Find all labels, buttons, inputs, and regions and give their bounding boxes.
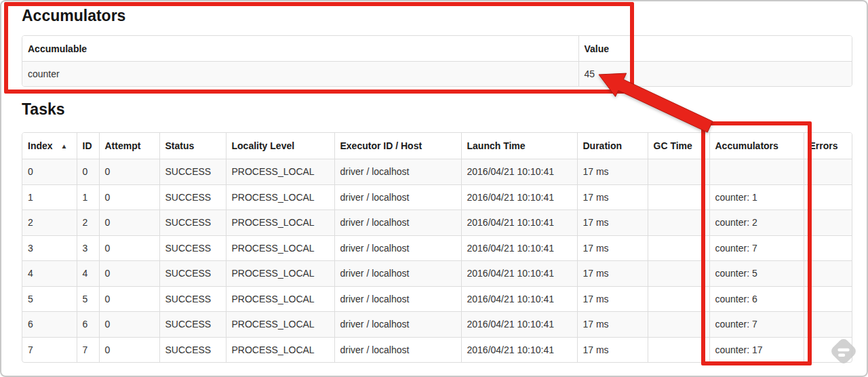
attempt-cell: 0 — [99, 337, 159, 362]
id-cell: 5 — [77, 286, 99, 312]
index-cell: 2 — [22, 210, 77, 236]
index-cell: 7 — [22, 337, 77, 362]
gc-time-cell — [648, 337, 709, 362]
locality-level-cell: PROCESS_LOCAL — [226, 159, 334, 185]
launch-time-cell: 2016/04/21 10:10:41 — [461, 286, 577, 312]
gc-time-cell — [648, 184, 709, 210]
status-cell: SUCCESS — [159, 312, 226, 338]
gc-time-cell — [648, 159, 709, 185]
column-header-label: Attempt — [105, 140, 141, 151]
accumulators-table-header-row: Accumulable Value — [22, 36, 852, 62]
column-header-duration[interactable]: Duration — [577, 133, 648, 159]
accumulable-name-cell: counter — [22, 62, 578, 87]
column-header-id[interactable]: ID — [77, 133, 99, 159]
column-header-label: Locality Level — [232, 140, 295, 151]
column-header-label: Status — [165, 140, 195, 151]
index-cell: 6 — [22, 312, 77, 338]
column-header-launch-time[interactable]: Launch Time — [461, 133, 577, 159]
column-header-executor-id-host[interactable]: Executor ID / Host — [334, 133, 461, 159]
launch-time-cell: 2016/04/21 10:10:41 — [461, 184, 577, 210]
gc-time-cell — [648, 312, 709, 338]
accumulators-cell: counter: 1 — [709, 184, 804, 210]
locality-level-cell: PROCESS_LOCAL — [226, 286, 334, 312]
id-cell: 2 — [77, 210, 99, 236]
id-cell: 0 — [77, 159, 99, 185]
errors-cell — [804, 235, 852, 261]
column-header-label: ID — [83, 140, 92, 151]
index-cell: 0 — [22, 159, 77, 185]
accumulator-row: counter 45 — [22, 62, 852, 87]
gc-time-cell — [648, 210, 709, 236]
column-header-label: Errors — [810, 140, 838, 151]
index-cell: 4 — [22, 261, 77, 287]
status-cell: SUCCESS — [159, 210, 226, 236]
duration-cell: 17 ms — [577, 312, 648, 338]
launch-time-cell: 2016/04/21 10:10:41 — [461, 337, 577, 362]
errors-cell — [804, 286, 852, 312]
locality-level-cell: PROCESS_LOCAL — [226, 235, 334, 261]
attempt-cell: 0 — [99, 286, 159, 312]
gc-time-cell — [648, 286, 709, 312]
duration-cell: 17 ms — [577, 210, 648, 236]
errors-cell — [804, 210, 852, 236]
task-row: 550SUCCESSPROCESS_LOCALdriver / localhos… — [22, 286, 852, 312]
executor-id-host-cell: driver / localhost — [334, 261, 461, 287]
duration-cell: 17 ms — [577, 337, 648, 362]
task-row: 440SUCCESSPROCESS_LOCALdriver / localhos… — [22, 261, 852, 287]
attempt-cell: 0 — [99, 312, 159, 338]
locality-level-cell: PROCESS_LOCAL — [226, 210, 334, 236]
tasks-table-header-row: Index▲IDAttemptStatusLocality LevelExecu… — [22, 133, 852, 159]
duration-cell: 17 ms — [577, 286, 648, 312]
task-row: 330SUCCESSPROCESS_LOCALdriver / localhos… — [22, 235, 852, 261]
duration-cell: 17 ms — [577, 235, 648, 261]
attempt-cell: 0 — [99, 184, 159, 210]
status-cell: SUCCESS — [159, 235, 226, 261]
executor-id-host-cell: driver / localhost — [334, 337, 461, 362]
attempt-cell: 0 — [99, 261, 159, 287]
index-cell: 3 — [22, 235, 77, 261]
column-header-attempt[interactable]: Attempt — [99, 133, 159, 159]
accumulators-section-heading: Accumulators — [22, 7, 125, 24]
executor-id-host-cell: driver / localhost — [334, 312, 461, 338]
gc-time-cell — [648, 235, 709, 261]
accumulators-cell: counter: 5 — [709, 261, 804, 287]
accumulators-cell: counter: 6 — [709, 286, 804, 312]
attempt-cell: 0 — [99, 210, 159, 236]
column-header-errors[interactable]: Errors — [804, 133, 852, 159]
executor-id-host-cell: driver / localhost — [334, 210, 461, 236]
errors-cell — [804, 159, 852, 185]
column-header-status[interactable]: Status — [159, 133, 226, 159]
column-header-label: Duration — [583, 140, 623, 151]
accumulable-column-header: Accumulable — [22, 36, 578, 62]
column-header-label: Index — [28, 140, 53, 151]
column-header-index[interactable]: Index▲ — [22, 133, 77, 159]
errors-cell — [804, 312, 852, 338]
column-header-locality-level[interactable]: Locality Level — [226, 133, 334, 159]
id-cell: 3 — [77, 235, 99, 261]
attempt-cell: 0 — [99, 235, 159, 261]
column-header-label: GC Time — [654, 140, 692, 151]
errors-cell — [804, 337, 852, 362]
launch-time-cell: 2016/04/21 10:10:41 — [461, 210, 577, 236]
column-header-gc-time[interactable]: GC Time — [648, 133, 709, 159]
index-cell: 1 — [22, 184, 77, 210]
duration-cell: 17 ms — [577, 261, 648, 287]
value-column-header: Value — [578, 36, 852, 62]
status-cell: SUCCESS — [159, 337, 226, 362]
executor-id-host-cell: driver / localhost — [334, 286, 461, 312]
status-cell: SUCCESS — [159, 261, 226, 287]
errors-cell — [804, 184, 852, 210]
column-header-accumulators[interactable]: Accumulators — [709, 133, 804, 159]
locality-level-cell: PROCESS_LOCAL — [226, 337, 334, 362]
column-header-label: Accumulators — [715, 140, 778, 151]
executor-id-host-cell: driver / localhost — [334, 159, 461, 185]
accumulators-cell: counter: 2 — [709, 210, 804, 236]
accumulators-cell: counter: 7 — [709, 312, 804, 338]
accumulators-cell — [709, 159, 804, 185]
locality-level-cell: PROCESS_LOCAL — [226, 261, 334, 287]
executor-id-host-cell: driver / localhost — [334, 184, 461, 210]
accumulators-cell: counter: 17 — [709, 337, 804, 362]
launch-time-cell: 2016/04/21 10:10:41 — [461, 312, 577, 338]
accumulators-cell: counter: 7 — [709, 235, 804, 261]
task-row: 110SUCCESSPROCESS_LOCALdriver / localhos… — [22, 184, 852, 210]
